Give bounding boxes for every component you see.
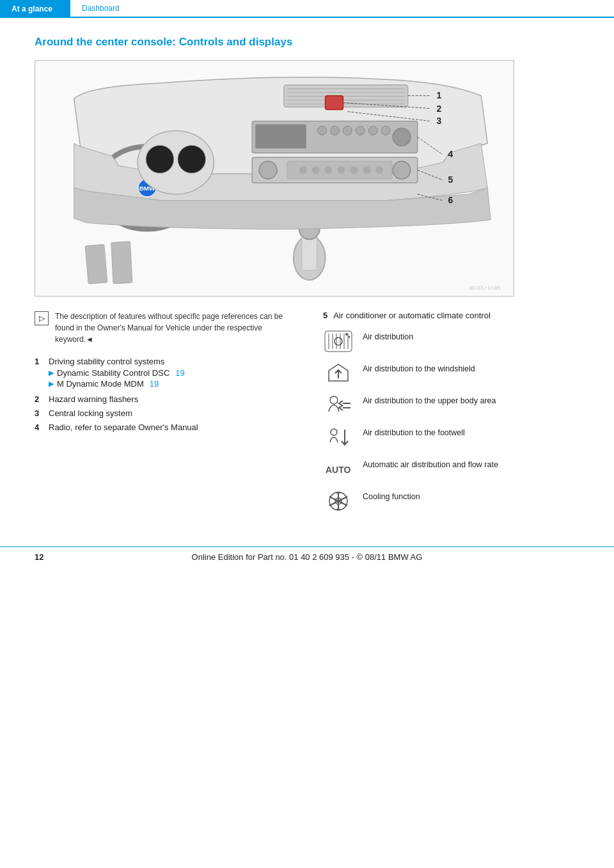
list-item: 2 Hazard warning flashers	[35, 394, 291, 404]
page-ref[interactable]: 19	[150, 379, 159, 389]
svg-point-40	[146, 145, 174, 173]
bottom-section: ▷ The description of features without sp…	[35, 311, 579, 521]
list-item: 4 Radio, refer to separate Owner's Manua…	[35, 422, 291, 432]
list-content: Radio, refer to separate Owner's Manual	[49, 422, 291, 432]
air-upper-body-icon	[323, 393, 354, 417]
sub-item: ▶ Dynamic Stability Control DSC 19	[49, 368, 291, 378]
svg-rect-33	[326, 96, 343, 110]
header-subsection-label: Dashboard	[82, 4, 120, 13]
list-item: 3 Central locking system	[35, 408, 291, 418]
svg-point-26	[299, 166, 307, 174]
svg-point-65	[345, 333, 348, 336]
header-dashboard: Dashboard	[70, 0, 614, 18]
list-num: 3	[35, 408, 43, 418]
svg-point-30	[350, 166, 358, 174]
page-title: Around the center console: Controls and …	[35, 36, 579, 49]
cooling-label: Cooling function	[363, 489, 420, 503]
auto-icon: AUTO	[323, 457, 354, 481]
svg-point-31	[363, 166, 370, 174]
list-num: 4	[35, 422, 43, 432]
svg-text:5: 5	[448, 174, 453, 185]
notice-box: ▷ The description of features without sp…	[35, 311, 291, 345]
svg-rect-42	[85, 244, 107, 284]
header-section-label: At a glance	[12, 4, 52, 13]
icon-row-footwell: Air distribution to the footwell	[323, 425, 579, 449]
air-upper-body-label: Air distribution to the upper body area	[363, 393, 496, 407]
svg-point-41	[178, 145, 206, 173]
cooling-icon	[323, 489, 354, 513]
svg-point-17	[343, 126, 352, 135]
notice-icon: ▷	[35, 311, 49, 325]
svg-rect-43	[111, 242, 132, 284]
svg-point-29	[337, 166, 345, 174]
svg-text:4: 4	[448, 149, 453, 159]
numbered-list: 1 Driving stability control systems ▶ Dy…	[35, 357, 291, 432]
footer: 12 Online Edition for Part no. 01 40 2 6…	[0, 546, 614, 567]
svg-text:1: 1	[437, 90, 442, 100]
svg-point-15	[318, 126, 327, 135]
svg-point-24	[393, 161, 411, 179]
notice-text: The description of features without spec…	[55, 311, 291, 345]
svg-point-23	[259, 161, 277, 179]
svg-point-16	[331, 126, 340, 135]
svg-point-32	[375, 166, 383, 174]
svg-text:2: 2	[437, 104, 442, 114]
list-num: 2	[35, 394, 43, 404]
auto-label: Automatic air distribution and flow rate	[363, 457, 498, 471]
dashboard-svg: BMW 1 2 3	[35, 61, 514, 296]
svg-point-66	[349, 336, 350, 338]
svg-rect-14	[255, 124, 306, 148]
right-column: 5 Air conditioner or automatic climate c…	[310, 311, 579, 521]
list-item: 1 Driving stability control systems ▶ Dy…	[35, 357, 291, 390]
svg-point-20	[381, 126, 390, 135]
sub-items: ▶ Dynamic Stability Control DSC 19 ▶ M D…	[49, 368, 291, 389]
svg-point-71	[331, 429, 337, 435]
right-section-title: 5 Air conditioner or automatic climate c…	[323, 311, 579, 320]
air-distribution-icon	[323, 329, 354, 353]
svg-point-21	[393, 128, 411, 146]
svg-point-27	[312, 166, 320, 174]
air-footwell-icon	[323, 425, 354, 449]
air-windshield-label: Air distribution to the windshield	[363, 361, 475, 375]
arrow-icon: ▶	[49, 369, 54, 377]
svg-point-18	[356, 126, 365, 135]
icon-row-windshield: Air distribution to the windshield	[323, 361, 579, 385]
sub-item: ▶ M Dynamic Mode MDM 19	[49, 379, 291, 389]
page-ref[interactable]: 19	[175, 368, 184, 378]
arrow-icon: ▶	[49, 380, 54, 388]
list-num: 1	[35, 357, 43, 366]
car-diagram: BMW 1 2 3	[35, 60, 514, 297]
main-content: Around the center console: Controls and …	[0, 18, 614, 521]
svg-point-58	[335, 337, 342, 345]
svg-text:3: 3	[437, 116, 442, 126]
air-footwell-label: Air distribution to the footwell	[363, 425, 465, 439]
right-num: 5	[323, 311, 327, 320]
svg-point-68	[330, 396, 338, 404]
air-distribution-label: Air distribution	[363, 329, 413, 343]
air-windshield-icon	[323, 361, 354, 385]
icon-row-air-distribution: Air distribution	[323, 329, 579, 353]
svg-text:6: 6	[448, 195, 453, 205]
footer-copyright: Online Edition for Part no. 01 40 2 609 …	[192, 552, 423, 562]
svg-text:AUTO: AUTO	[326, 465, 351, 475]
icon-row-cooling: Cooling function	[323, 489, 579, 513]
header-bar: At a glance Dashboard	[0, 0, 614, 18]
list-content: Driving stability control systems ▶ Dyna…	[49, 357, 291, 390]
left-column: ▷ The description of features without sp…	[35, 311, 310, 521]
icon-row-auto: AUTO Automatic air distribution and flow…	[323, 457, 579, 481]
header-at-glance: At a glance	[0, 0, 70, 18]
page-number: 12	[35, 552, 43, 562]
icon-row-upper-body: Air distribution to the upper body area	[323, 393, 579, 417]
list-content: Central locking system	[49, 408, 291, 418]
svg-text:BC/CL+1/185: BC/CL+1/185	[469, 285, 500, 291]
list-content: Hazard warning flashers	[49, 394, 291, 404]
svg-point-28	[325, 166, 333, 174]
svg-point-19	[368, 126, 377, 135]
right-section-item-label: Air conditioner or automatic climate con…	[333, 311, 491, 320]
